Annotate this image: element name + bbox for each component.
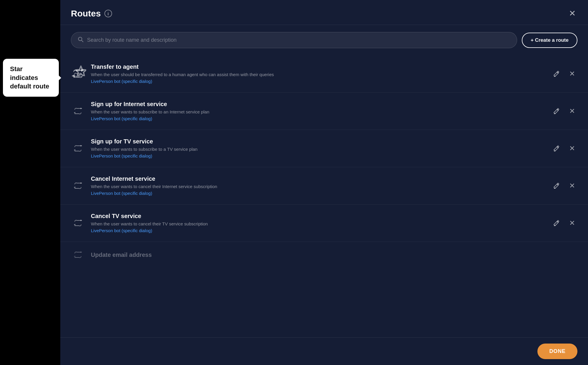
- svg-line-1: [82, 41, 84, 42]
- route-actions: ✕: [551, 143, 577, 154]
- route-name: Cancel Internet service: [91, 175, 545, 182]
- close-icon: ✕: [569, 108, 575, 115]
- route-name: Sign up for Internet service: [91, 101, 545, 108]
- route-description: When the user wants to cancel their Inte…: [91, 184, 545, 189]
- tooltip-text: Star indicates default route: [10, 65, 49, 90]
- route-name: Transfer to agent: [91, 63, 545, 70]
- page-title: Routes: [71, 9, 101, 19]
- header: Routes i ✕: [60, 0, 588, 25]
- svg-marker-13: [74, 187, 75, 188]
- route-info: Update email address: [91, 252, 577, 258]
- route-icon: [71, 104, 85, 118]
- route-name: Sign up for TV service: [91, 138, 545, 145]
- edit-button[interactable]: [551, 218, 562, 228]
- route-description: When the user wants to subscribe to a TV…: [91, 147, 545, 152]
- route-link[interactable]: LivePerson bot (specific dialog): [91, 191, 152, 196]
- svg-marker-16: [74, 224, 75, 225]
- header-left: Routes i: [71, 9, 112, 19]
- close-button[interactable]: ✕: [567, 8, 577, 19]
- route-info: Cancel Internet service When the user wa…: [91, 175, 545, 196]
- svg-marker-10: [74, 149, 75, 151]
- svg-marker-9: [81, 145, 82, 146]
- route-link[interactable]: LivePerson bot (specific dialog): [91, 153, 152, 158]
- route-actions: ✕: [551, 106, 577, 116]
- route-link[interactable]: LivePerson bot (specific dialog): [91, 116, 152, 121]
- route-info: Cancel TV service When the user wants to…: [91, 213, 545, 233]
- route-item: Transfer to agent When the user should b…: [60, 55, 588, 93]
- svg-marker-12: [81, 182, 82, 184]
- route-info: Sign up for TV service When the user wan…: [91, 138, 545, 159]
- svg-marker-3: [81, 69, 84, 71]
- route-icon: [71, 248, 85, 262]
- svg-marker-7: [74, 112, 75, 113]
- route-actions: ✕: [551, 218, 577, 228]
- search-input[interactable]: [87, 37, 510, 43]
- search-box: [71, 32, 517, 48]
- route-description: When the user wants to subscribe to an I…: [91, 109, 545, 114]
- edit-button[interactable]: [551, 143, 562, 154]
- route-actions: ✕: [551, 180, 577, 191]
- delete-button[interactable]: ✕: [567, 106, 577, 116]
- close-icon: ✕: [569, 220, 575, 227]
- route-icon-with-star: [71, 67, 85, 81]
- routes-list: Transfer to agent When the user should b…: [60, 55, 588, 337]
- svg-marker-15: [81, 220, 82, 221]
- route-item: Cancel Internet service When the user wa…: [60, 167, 588, 205]
- route-actions: ✕: [551, 68, 577, 79]
- route-item: Sign up for Internet service When the us…: [60, 93, 588, 130]
- search-icon: [78, 36, 84, 44]
- delete-button[interactable]: ✕: [567, 218, 577, 228]
- route-description: When the user should be transferred to a…: [91, 72, 545, 77]
- svg-marker-4: [72, 75, 74, 77]
- svg-marker-19: [74, 256, 75, 257]
- route-icon: [71, 141, 85, 155]
- delete-button[interactable]: ✕: [567, 143, 577, 154]
- route-info: Sign up for Internet service When the us…: [91, 101, 545, 121]
- main-panel: Routes i ✕ + Create a route: [60, 0, 588, 365]
- route-link[interactable]: LivePerson bot (specific dialog): [91, 79, 152, 84]
- create-route-button[interactable]: + Create a route: [522, 33, 577, 48]
- footer: DONE: [60, 337, 588, 365]
- route-icon: [71, 179, 85, 193]
- edit-button[interactable]: [551, 106, 562, 116]
- svg-marker-6: [81, 108, 82, 109]
- done-button[interactable]: DONE: [537, 344, 577, 359]
- close-icon: ✕: [569, 70, 575, 77]
- svg-marker-18: [81, 251, 82, 253]
- delete-button[interactable]: ✕: [567, 180, 577, 191]
- close-icon: ✕: [569, 182, 575, 189]
- left-panel: Star indicates default route: [0, 0, 60, 365]
- search-row: + Create a route: [60, 25, 588, 55]
- route-name-partial: Update email address: [91, 252, 577, 258]
- route-link[interactable]: LivePerson bot (specific dialog): [91, 228, 152, 233]
- route-description: When the user wants to cancel their TV s…: [91, 221, 545, 226]
- tooltip-bubble: Star indicates default route: [3, 59, 59, 97]
- route-icon: [71, 216, 85, 230]
- route-item-partial: Update email address: [60, 242, 588, 265]
- edit-button[interactable]: [551, 180, 562, 191]
- route-info: Transfer to agent When the user should b…: [91, 63, 545, 84]
- route-item: Cancel TV service When the user wants to…: [60, 205, 588, 242]
- delete-button[interactable]: ✕: [567, 68, 577, 79]
- info-icon[interactable]: i: [104, 10, 112, 17]
- edit-button[interactable]: [551, 68, 562, 79]
- route-name: Cancel TV service: [91, 213, 545, 220]
- close-icon: ✕: [569, 145, 575, 152]
- route-item: Sign up for TV service When the user wan…: [60, 130, 588, 167]
- svg-point-0: [79, 37, 82, 41]
